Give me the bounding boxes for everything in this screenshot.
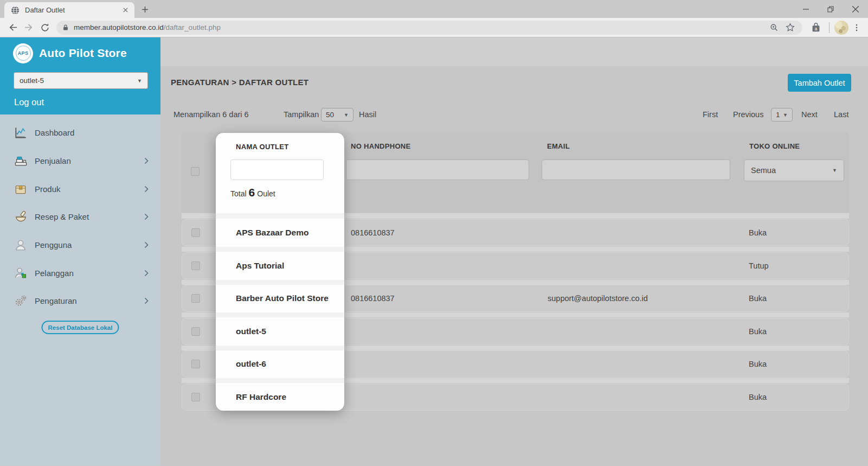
row-checkbox[interactable] xyxy=(191,327,200,336)
pagination-first[interactable]: First xyxy=(703,110,718,119)
nama-outlet-filter-input[interactable] xyxy=(230,159,324,180)
chevron-right-icon xyxy=(144,157,149,164)
tab-title: Daftar Outlet xyxy=(25,6,120,14)
window-controls xyxy=(793,0,868,18)
outlet-name: APS Bazaar Demo xyxy=(236,219,339,246)
extension-bag-icon[interactable]: a xyxy=(808,20,824,36)
email-filter-input[interactable] xyxy=(542,159,730,180)
tab-close-icon[interactable] xyxy=(120,5,130,15)
caret-down-icon: ▼ xyxy=(137,78,142,84)
row-checkbox[interactable] xyxy=(191,360,200,368)
cash-register-icon xyxy=(12,153,29,169)
hasil-label: Hasil xyxy=(359,110,376,119)
column-header-toko: TOKO ONLINE xyxy=(749,142,800,150)
user-icon xyxy=(12,237,29,253)
chevron-right-icon xyxy=(144,297,149,304)
outlet-name: RF Hardcore xyxy=(236,384,339,411)
toolbar-separator xyxy=(829,22,830,33)
sidebar-header: APS Auto Pilot Store outlet-5 ▼ Log out xyxy=(0,37,160,114)
outlet-name: outlet-6 xyxy=(236,350,339,378)
page-top-band xyxy=(160,37,868,66)
toko-online-filter-select[interactable]: Semua ▼ xyxy=(744,159,844,181)
pagination-previous[interactable]: Previous xyxy=(733,110,763,119)
bookmark-star-icon[interactable] xyxy=(782,20,798,36)
browser-toolbar: member.autopilotstore.co.id/daftar_outle… xyxy=(0,18,868,37)
url-bar[interactable]: member.autopilotstore.co.id/daftar_outle… xyxy=(56,21,802,35)
nama-outlet-spotlight-column: NAMA OUTLET Total6Oulet APS Bazaar Demo … xyxy=(216,133,344,411)
showing-count-text: Menampilkan 6 dari 6 xyxy=(173,110,249,119)
row-checkbox[interactable] xyxy=(191,393,200,401)
url-host: member.autopilotstore.co.id xyxy=(74,23,164,31)
back-icon[interactable] xyxy=(4,20,21,36)
sidebar-item-pengaturan[interactable]: Pengaturan xyxy=(0,287,160,315)
page-size-select[interactable]: 50 ▼ xyxy=(321,108,353,122)
pagination-page-select[interactable]: 1 ▼ xyxy=(771,108,793,122)
caret-down-icon: ▼ xyxy=(344,112,349,118)
chevron-right-icon xyxy=(144,270,149,277)
close-window-icon[interactable] xyxy=(843,0,868,18)
reload-icon[interactable] xyxy=(37,20,53,36)
customer-bag-icon xyxy=(12,265,29,281)
toko-status: Buka xyxy=(749,220,767,246)
reset-database-button[interactable]: Reset Database Lokal xyxy=(42,321,119,334)
sidebar-item-penjualan[interactable]: Penjualan xyxy=(0,147,160,175)
column-header-nama-outlet: NAMA OUTLET xyxy=(236,143,288,151)
lock-icon xyxy=(62,23,69,31)
toko-status: Buka xyxy=(749,285,767,311)
phone-filter-input[interactable] xyxy=(346,159,529,180)
outlet-name: Barber Auto Pilot Store xyxy=(236,285,339,312)
outlet-name: Aps Tutorial xyxy=(236,252,339,279)
globe-favicon-icon xyxy=(11,6,20,15)
dashboard-chart-icon xyxy=(12,125,29,141)
toolbar-right: a xyxy=(808,20,865,36)
caret-down-icon: ▼ xyxy=(832,168,837,173)
mortar-pestle-icon xyxy=(12,209,29,225)
forward-icon[interactable] xyxy=(21,20,37,36)
main-content: PENGATURAN > DAFTAR OUTLET Tambah Outlet… xyxy=(160,37,868,465)
column-header-phone: NO HANDPHONE xyxy=(351,142,411,150)
row-checkbox[interactable] xyxy=(191,228,200,237)
chevron-right-icon xyxy=(144,213,149,220)
row-checkbox[interactable] xyxy=(191,261,200,270)
pagination-last[interactable]: Last xyxy=(834,110,848,119)
tampilkan-label: Tampilkan xyxy=(284,110,319,119)
logout-link[interactable]: Log out xyxy=(14,97,44,107)
sidebar: APS Auto Pilot Store outlet-5 ▼ Log out … xyxy=(0,37,160,465)
gears-icon xyxy=(12,293,29,309)
tambah-outlet-button[interactable]: Tambah Outlet xyxy=(788,74,851,92)
toko-status: Buka xyxy=(749,351,767,377)
pagination-next[interactable]: Next xyxy=(801,110,818,119)
sidebar-item-dashboard[interactable]: Dashboard xyxy=(0,119,160,147)
sidebar-item-resep-paket[interactable]: Resep & Paket xyxy=(0,203,160,231)
column-header-email: EMAIL xyxy=(547,142,570,150)
select-all-checkbox[interactable] xyxy=(191,167,200,176)
sidebar-item-produk[interactable]: Produk xyxy=(0,175,160,203)
brand-title: Auto Pilot Store xyxy=(39,47,127,60)
menu-dots-icon[interactable] xyxy=(848,20,865,36)
browser-titlebar: Daftar Outlet xyxy=(0,0,868,18)
sidebar-item-pengguna[interactable]: Pengguna xyxy=(0,231,160,259)
profile-avatar[interactable] xyxy=(834,21,848,35)
caret-down-icon: ▼ xyxy=(783,112,788,118)
chevron-right-icon xyxy=(144,186,149,193)
product-box-icon xyxy=(12,181,29,197)
zoom-icon[interactable] xyxy=(766,20,782,36)
restore-icon[interactable] xyxy=(818,0,843,18)
sidebar-menu: Dashboard Penjualan Produk Re xyxy=(0,114,160,465)
new-tab-icon[interactable] xyxy=(138,3,152,15)
svg-text:a: a xyxy=(815,26,818,31)
chevron-right-icon xyxy=(144,241,149,248)
sidebar-item-pelanggan[interactable]: Pelanggan xyxy=(0,259,160,287)
total-outlet-text: Total6Oulet xyxy=(230,186,275,199)
aps-logo: APS xyxy=(13,43,33,63)
outlet-name: outlet-5 xyxy=(236,318,339,345)
minimize-icon[interactable] xyxy=(793,0,818,18)
url-path: /daftar_outlet.php xyxy=(164,23,221,31)
toko-status: Tutup xyxy=(749,253,769,279)
toko-status: Buka xyxy=(749,384,767,410)
breadcrumb: PENGATURAN > DAFTAR OUTLET xyxy=(171,78,308,87)
row-checkbox[interactable] xyxy=(191,294,200,303)
browser-tab[interactable]: Daftar Outlet xyxy=(4,2,134,18)
outlet-select[interactable]: outlet-5 ▼ xyxy=(14,72,148,89)
toko-status: Buka xyxy=(749,318,767,344)
